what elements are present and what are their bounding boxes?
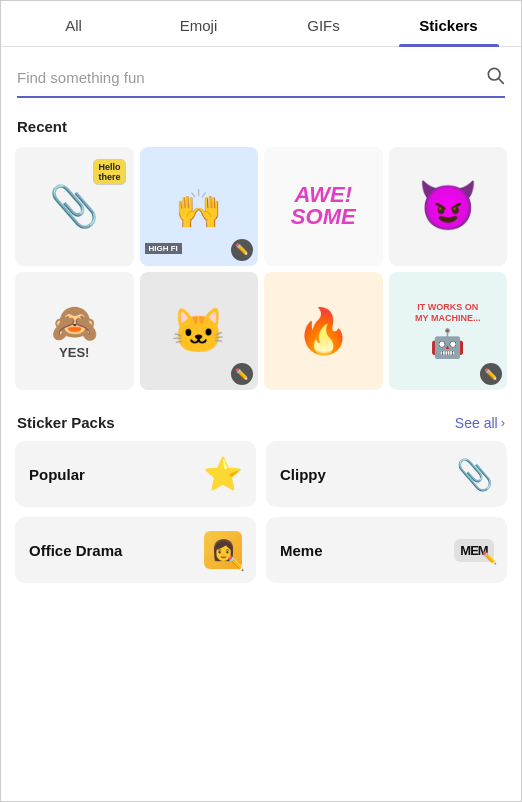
search-icon[interactable] — [485, 65, 505, 90]
packs-header: Sticker Packs See all › — [1, 410, 521, 441]
tab-emoji[interactable]: Emoji — [136, 1, 261, 46]
pack-clippy-icon: 📎 — [455, 455, 493, 493]
sticker-it-works[interactable]: IT WORKS ONMY MACHINE... 🤖 ✏️ — [389, 272, 508, 391]
chevron-right-icon: › — [501, 415, 505, 430]
sticker-packs-label: Sticker Packs — [17, 414, 115, 431]
pack-meme-name: Meme — [280, 542, 323, 559]
pack-popular-icon: ⭐ — [204, 455, 242, 493]
see-all-label: See all — [455, 415, 498, 431]
pack-meme[interactable]: Meme MEM ✏️ — [266, 517, 507, 583]
sticker-devil[interactable]: 😈 — [389, 147, 508, 266]
packs-grid: Popular ⭐ Clippy 📎 Office Drama 👩 ✏️ Mem… — [1, 441, 521, 603]
see-all-button[interactable]: See all › — [455, 415, 505, 431]
sticker-grumpy-cat[interactable]: 🐱 ✏️ — [140, 272, 259, 391]
pack-popular[interactable]: Popular ⭐ — [15, 441, 256, 507]
pack-office-drama[interactable]: Office Drama 👩 ✏️ — [15, 517, 256, 583]
search-input[interactable] — [17, 69, 485, 86]
tab-bar: All Emoji GIFs Stickers — [1, 1, 521, 47]
pack-meme-icon: MEM ✏️ — [455, 531, 493, 569]
search-bar — [17, 59, 505, 98]
sticker-edit-badge: ✏️ — [231, 363, 253, 385]
pack-clippy-name: Clippy — [280, 466, 326, 483]
svg-line-1 — [499, 79, 504, 84]
tab-stickers[interactable]: Stickers — [386, 1, 511, 46]
pack-popular-name: Popular — [29, 466, 85, 483]
sticker-grid: 📎 Hellothere 🙌 HIGH FI ✏️ AWE! SOME 😈 🙈 … — [1, 143, 521, 410]
sticker-hello-there[interactable]: 📎 Hellothere — [15, 147, 134, 266]
sticker-edit-badge: ✏️ — [231, 239, 253, 261]
pack-clippy[interactable]: Clippy 📎 — [266, 441, 507, 507]
tab-gifs[interactable]: GIFs — [261, 1, 386, 46]
sticker-edit-badge: ✏️ — [480, 363, 502, 385]
recent-section-label: Recent — [1, 110, 521, 143]
pack-office-drama-icon: 👩 ✏️ — [204, 531, 242, 569]
sticker-monkey[interactable]: 🙈 YES! — [15, 272, 134, 391]
sticker-high-five[interactable]: 🙌 HIGH FI ✏️ — [140, 147, 259, 266]
tab-all[interactable]: All — [11, 1, 136, 46]
search-container — [1, 47, 521, 110]
pack-office-drama-name: Office Drama — [29, 542, 122, 559]
sticker-fire-face[interactable]: 🔥 — [264, 272, 383, 391]
sticker-awesome[interactable]: AWE! SOME — [264, 147, 383, 266]
